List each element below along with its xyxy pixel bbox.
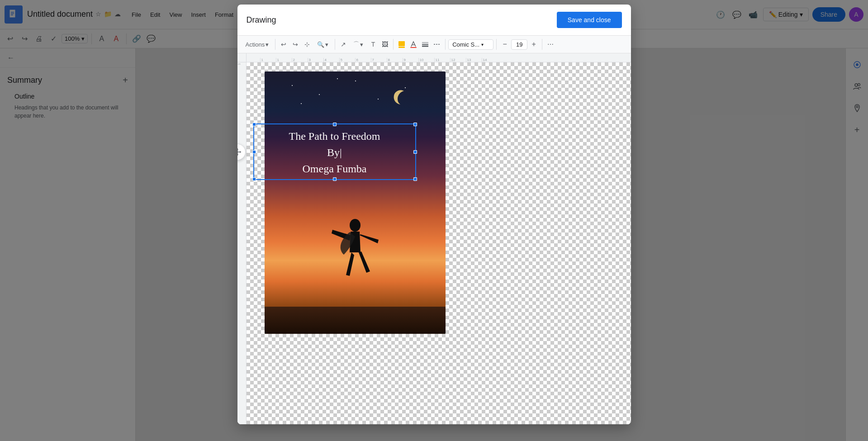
drawing-dialog-header: Drawing Save and close bbox=[237, 5, 631, 36]
ruler-vertical: 12345 678910 bbox=[237, 62, 247, 424]
handle-top-center[interactable] bbox=[333, 123, 337, 126]
handle-middle-left[interactable] bbox=[252, 150, 256, 154]
svg-marker-23 bbox=[237, 154, 238, 156]
text-box-selected[interactable]: The Path to Freedom By| Omega Fumba bbox=[253, 123, 416, 180]
increase-font-button[interactable]: + bbox=[528, 39, 539, 50]
actions-dropdown[interactable]: Actions ▾ bbox=[242, 39, 273, 50]
dtb-sep-6 bbox=[542, 39, 542, 50]
canvas-row: 12345 678910 bbox=[237, 62, 631, 424]
save-close-button[interactable]: Save and close bbox=[557, 12, 622, 28]
moon-svg bbox=[391, 87, 409, 105]
font-name: Comic S... bbox=[452, 41, 479, 48]
handle-bottom-right[interactable] bbox=[413, 177, 417, 181]
more-options-button[interactable]: ⋯ bbox=[545, 39, 556, 50]
font-selector[interactable]: Comic S... ▾ bbox=[448, 39, 493, 50]
dtb-sep-5 bbox=[496, 39, 497, 50]
ruler-row: 1 1 2 3 4 5 6 7 8 9 10 11 12 bbox=[237, 53, 631, 62]
sunset-background bbox=[265, 71, 446, 334]
cursor-tool[interactable]: ↗ bbox=[338, 39, 349, 50]
draw-undo-button[interactable]: ↩ bbox=[278, 39, 289, 50]
zoom-tool-chevron: ▾ bbox=[325, 41, 328, 48]
star-6 bbox=[301, 103, 302, 104]
drawing-dialog: Drawing Save and close Actions ▾ ↩ ↪ ⊹ 🔍… bbox=[237, 5, 631, 424]
image-tool-button[interactable]: 🖼 bbox=[379, 39, 390, 50]
select-tool-button[interactable]: ⊹ bbox=[302, 39, 313, 50]
drawing-canvas-inner: 1 1 2 3 4 5 6 7 8 9 10 11 12 bbox=[237, 53, 631, 424]
ground bbox=[265, 307, 446, 334]
zoom-label: 🔍 bbox=[317, 41, 324, 48]
handle-top-right[interactable] bbox=[413, 123, 417, 126]
drawing-modal-overlay: Drawing Save and close Actions ▾ ↩ ↪ ⊹ 🔍… bbox=[0, 0, 868, 441]
border-weight-button[interactable] bbox=[420, 39, 431, 50]
text-line-3: Omega Fumba bbox=[259, 161, 411, 177]
dtb-sep-1 bbox=[275, 39, 275, 50]
drawing-canvas-wrap: 1 1 2 3 4 5 6 7 8 9 10 11 12 bbox=[237, 53, 631, 424]
decrease-font-button[interactable]: − bbox=[499, 39, 510, 50]
actions-label: Actions bbox=[246, 41, 265, 48]
drawing-dialog-title: Drawing bbox=[247, 15, 276, 25]
line-tool-dropdown[interactable]: ⌒ ▾ bbox=[350, 38, 367, 50]
handle-bottom-left[interactable] bbox=[252, 177, 256, 181]
star-7 bbox=[337, 78, 338, 79]
font-size-input[interactable] bbox=[511, 39, 527, 50]
dtb-sep-2 bbox=[335, 39, 335, 50]
handle-top-left[interactable] bbox=[252, 123, 256, 126]
fill-color-button[interactable] bbox=[396, 39, 407, 50]
svg-rect-11 bbox=[398, 41, 405, 46]
handle-middle-right[interactable] bbox=[413, 150, 417, 154]
text-box-content: The Path to Freedom By| Omega Fumba bbox=[254, 124, 415, 180]
svg-rect-14 bbox=[410, 47, 417, 48]
actions-chevron-icon: ▾ bbox=[266, 41, 269, 48]
border-color-button[interactable] bbox=[408, 39, 419, 50]
ruler-horizontal: 1 1 2 3 4 5 6 7 8 9 10 11 12 bbox=[247, 53, 631, 62]
star-2 bbox=[319, 94, 320, 95]
svg-marker-25 bbox=[240, 151, 241, 153]
silhouette-svg bbox=[323, 216, 387, 316]
draw-redo-button[interactable]: ↪ bbox=[290, 39, 301, 50]
handle-bottom-center[interactable] bbox=[333, 177, 337, 181]
svg-marker-22 bbox=[237, 148, 238, 150]
font-size-area: − + bbox=[499, 39, 539, 50]
drawing-canvas[interactable]: The Path to Freedom By| Omega Fumba bbox=[247, 62, 631, 424]
svg-rect-12 bbox=[398, 47, 405, 48]
ruler-corner bbox=[237, 53, 247, 62]
drawing-toolbar: Actions ▾ ↩ ↪ ⊹ 🔍 ▾ ↗ ⌒ ▾ T bbox=[237, 36, 631, 53]
border-dash-button[interactable] bbox=[432, 39, 442, 50]
zoom-tool-button[interactable]: 🔍 ▾ bbox=[313, 39, 332, 50]
star-3 bbox=[355, 81, 356, 81]
text-tool-button[interactable]: T bbox=[368, 39, 379, 50]
dtb-sep-3 bbox=[393, 39, 394, 50]
font-selector-chevron: ▾ bbox=[481, 42, 484, 47]
line-tool-chevron: ▾ bbox=[360, 41, 363, 48]
drawing-image bbox=[265, 71, 446, 334]
text-line-2: By| bbox=[259, 144, 411, 161]
svg-point-19 bbox=[350, 219, 360, 232]
dtb-sep-4 bbox=[445, 39, 446, 50]
star-4 bbox=[378, 99, 379, 100]
star-1 bbox=[292, 85, 293, 86]
text-line-1: The Path to Freedom bbox=[259, 128, 411, 144]
